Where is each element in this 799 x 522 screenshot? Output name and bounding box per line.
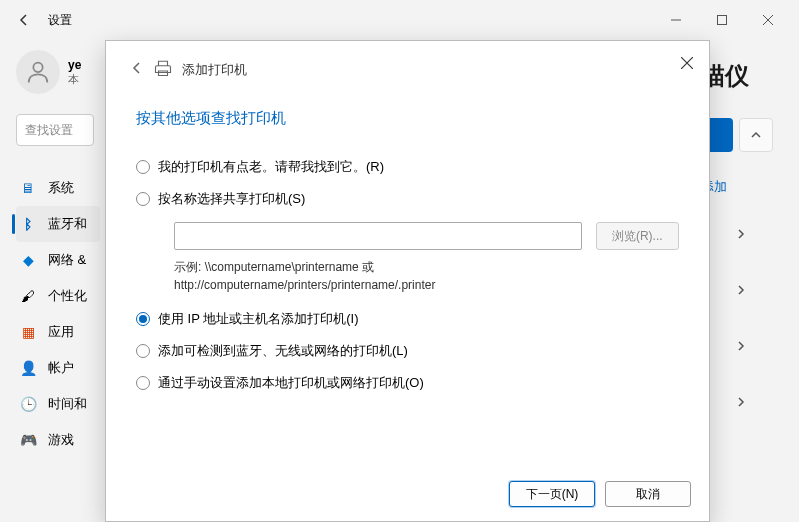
radio-icon [136, 192, 150, 206]
maximize-button[interactable] [699, 4, 745, 36]
settings-header: 设置 [0, 0, 799, 40]
next-button[interactable]: 下一页(N) [509, 481, 595, 507]
sidebar: ye 本 查找设置 🖥 系统 ᛒ 蓝牙和 ◆ 网络 & 🖌 个性化 ▦ 应用 � [0, 40, 100, 522]
wifi-icon: ◆ [20, 252, 36, 268]
maximize-icon [717, 15, 727, 25]
sidebar-item-accounts[interactable]: 👤 帐户 [16, 350, 100, 386]
radio-option-share-name[interactable]: 按名称选择共享打印机(S) [136, 190, 679, 208]
dialog-title: 添加打印机 [182, 61, 247, 79]
radio-label: 按名称选择共享打印机(S) [158, 190, 305, 208]
row-chevron-2[interactable] [701, 282, 781, 298]
radio-label: 我的打印机有点老。请帮我找到它。(R) [158, 158, 384, 176]
radio-option-ip-hostname[interactable]: 使用 IP 地址或主机名添加打印机(I) [136, 310, 679, 328]
sidebar-item-network[interactable]: ◆ 网络 & [16, 242, 100, 278]
dialog-close-button[interactable] [671, 47, 703, 79]
row-chevron-4[interactable] [701, 394, 781, 410]
back-button[interactable] [8, 4, 40, 36]
minimize-icon [671, 15, 681, 25]
chevron-right-icon [736, 397, 746, 407]
person-icon [24, 58, 52, 86]
bluetooth-icon: ᛒ [20, 216, 36, 232]
minimize-button[interactable] [653, 4, 699, 36]
apps-icon: ▦ [20, 324, 36, 340]
user-name: ye [68, 58, 81, 72]
sidebar-item-label: 帐户 [48, 359, 74, 377]
radio-label: 通过手动设置添加本地打印机或网络打印机(O) [158, 374, 424, 392]
sidebar-item-apps[interactable]: ▦ 应用 [16, 314, 100, 350]
add-link[interactable]: 添加 [701, 178, 781, 196]
sidebar-item-label: 游戏 [48, 431, 74, 449]
dialog-heading: 按其他选项查找打印机 [136, 109, 679, 128]
close-window-button[interactable] [745, 4, 791, 36]
dialog-back-button[interactable] [130, 61, 144, 79]
avatar [16, 50, 60, 94]
account-icon: 👤 [20, 360, 36, 376]
cancel-button[interactable]: 取消 [605, 481, 691, 507]
gaming-icon: 🎮 [20, 432, 36, 448]
example-text: 示例: \\computername\printername 或 http://… [174, 258, 679, 294]
sidebar-item-time[interactable]: 🕒 时间和 [16, 386, 100, 422]
chevron-right-icon [736, 229, 746, 239]
sidebar-item-bluetooth[interactable]: ᛒ 蓝牙和 [16, 206, 100, 242]
close-icon [681, 57, 693, 69]
radio-icon [136, 312, 150, 326]
sidebar-item-label: 时间和 [48, 395, 87, 413]
page-title-fragment: 描仪 [701, 60, 781, 92]
user-block[interactable]: ye 本 [16, 50, 100, 94]
radio-option-old-printer[interactable]: 我的打印机有点老。请帮我找到它。(R) [136, 158, 679, 176]
svg-point-2 [33, 63, 42, 72]
sidebar-item-label: 个性化 [48, 287, 87, 305]
add-printer-dialog: 添加打印机 按其他选项查找打印机 我的打印机有点老。请帮我找到它。(R) 按名称… [105, 40, 710, 522]
window-title: 设置 [48, 12, 72, 29]
right-partial-content: 描仪 添加 [701, 60, 781, 410]
share-name-input[interactable] [174, 222, 582, 250]
chevron-right-icon [736, 285, 746, 295]
arrow-left-icon [130, 61, 144, 75]
search-input[interactable]: 查找设置 [16, 114, 94, 146]
system-icon: 🖥 [20, 180, 36, 196]
close-icon [763, 15, 773, 25]
radio-option-bluetooth-wireless[interactable]: 添加可检测到蓝牙、无线或网络的打印机(L) [136, 342, 679, 360]
svg-rect-1 [718, 16, 727, 25]
row-chevron-1[interactable] [701, 226, 781, 242]
sidebar-item-label: 系统 [48, 179, 74, 197]
printer-icon [154, 59, 172, 81]
search-placeholder: 查找设置 [25, 122, 73, 139]
dialog-header: 添加打印机 [106, 41, 709, 93]
clock-icon: 🕒 [20, 396, 36, 412]
radio-icon [136, 376, 150, 390]
radio-icon [136, 344, 150, 358]
sidebar-item-label: 应用 [48, 323, 74, 341]
user-sub: 本 [68, 72, 81, 87]
chevron-up-icon [751, 130, 761, 140]
radio-option-manual[interactable]: 通过手动设置添加本地打印机或网络打印机(O) [136, 374, 679, 392]
sidebar-item-personalization[interactable]: 🖌 个性化 [16, 278, 100, 314]
sidebar-item-system[interactable]: 🖥 系统 [16, 170, 100, 206]
browse-button[interactable]: 浏览(R)... [596, 222, 679, 250]
radio-label: 添加可检测到蓝牙、无线或网络的打印机(L) [158, 342, 408, 360]
radio-icon [136, 160, 150, 174]
arrow-left-icon [17, 13, 31, 27]
sidebar-item-label: 网络 & [48, 251, 86, 269]
sidebar-item-gaming[interactable]: 🎮 游戏 [16, 422, 100, 458]
dialog-footer: 下一页(N) 取消 [106, 471, 709, 521]
radio-label: 使用 IP 地址或主机名添加打印机(I) [158, 310, 359, 328]
window-controls [653, 4, 791, 36]
sidebar-item-label: 蓝牙和 [48, 215, 87, 233]
expand-button[interactable] [739, 118, 773, 152]
chevron-right-icon [736, 341, 746, 351]
brush-icon: 🖌 [20, 288, 36, 304]
row-chevron-3[interactable] [701, 338, 781, 354]
